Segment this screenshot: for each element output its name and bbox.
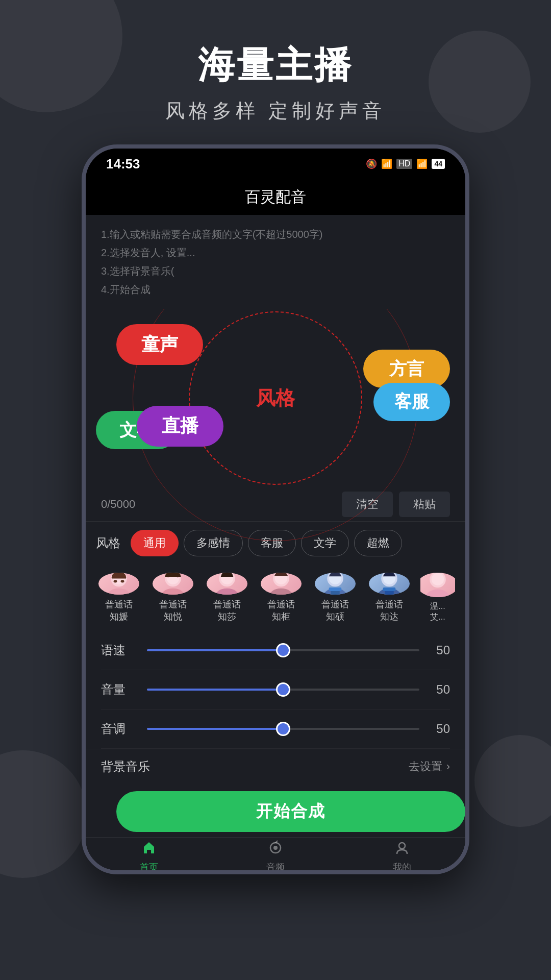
voice-item-zhiyuan[interactable]: 普通话知媛 bbox=[96, 573, 142, 623]
nav-item-audio[interactable]: 音频 bbox=[265, 838, 286, 873]
bubble-tongsheng[interactable]: 童声 bbox=[116, 324, 203, 365]
voice-item-zhifu[interactable]: 普通话知柜 bbox=[258, 573, 304, 623]
mute-icon: 🔕 bbox=[366, 158, 377, 169]
voice-name-zhifu: 普通话知柜 bbox=[267, 599, 295, 623]
slider-value-pitch: 50 bbox=[430, 722, 450, 736]
slider-fill-volume bbox=[147, 689, 283, 691]
svg-point-28 bbox=[273, 846, 278, 850]
voice-name-zhiyue: 普通话知悦 bbox=[159, 599, 187, 623]
voice-item-zhisha[interactable]: 普通话知莎 bbox=[204, 573, 250, 623]
paste-button[interactable]: 粘贴 bbox=[399, 492, 450, 517]
svg-point-9 bbox=[215, 588, 240, 595]
slider-track-volume[interactable] bbox=[147, 689, 419, 691]
status-time: 14:53 bbox=[106, 156, 140, 172]
voice-avatar-zhishuo bbox=[315, 573, 356, 595]
voice-name-zhisha: 普通话知莎 bbox=[213, 599, 241, 623]
voice-name-partial: 温...艾... bbox=[430, 601, 445, 623]
svg-point-12 bbox=[269, 588, 294, 595]
voice-item-partial[interactable]: 温...艾... bbox=[420, 573, 455, 623]
bubble-zhibo[interactable]: 直播 bbox=[137, 406, 223, 447]
battery-icon: 44 bbox=[432, 159, 445, 169]
slider-thumb-volume[interactable] bbox=[276, 682, 290, 697]
nav-item-mine[interactable]: 我的 bbox=[392, 838, 412, 873]
start-synthesis-button[interactable]: 开始合成 bbox=[116, 791, 465, 832]
slider-value-volume: 50 bbox=[430, 682, 450, 697]
slider-label-pitch: 音调 bbox=[101, 721, 137, 737]
bg-music-label: 背景音乐 bbox=[101, 758, 150, 775]
bubble-fangyan[interactable]: 方言 bbox=[363, 350, 450, 388]
slider-row-pitch: 音调 50 bbox=[101, 709, 450, 749]
audio-icon bbox=[265, 838, 286, 858]
voice-name-zhiyuan: 普通话知媛 bbox=[105, 599, 133, 623]
counter-value: 0/5000 bbox=[101, 498, 135, 511]
svg-rect-22 bbox=[383, 587, 396, 591]
voice-avatars-row[interactable]: 普通话知媛 普通话知悦 bbox=[86, 565, 465, 631]
slider-label-volume: 音量 bbox=[101, 681, 137, 698]
svg-point-4 bbox=[121, 580, 124, 582]
home-icon bbox=[139, 838, 159, 858]
svg-point-1 bbox=[107, 588, 132, 595]
style-filter-label: 风格 bbox=[96, 535, 120, 551]
voice-item-zhishuo[interactable]: 普通话知硕 bbox=[312, 573, 358, 623]
slider-thumb-pitch[interactable] bbox=[276, 722, 290, 736]
voice-avatar-zhifu bbox=[261, 573, 302, 595]
slider-label-speed: 语速 bbox=[101, 642, 137, 658]
voice-avatar-zhida bbox=[369, 573, 410, 595]
voice-avatar-partial bbox=[420, 573, 455, 598]
instructions-area: 1.输入或粘贴需要合成音频的文字(不超过5000字) 2.选择发音人, 设置..… bbox=[86, 215, 465, 309]
filter-chip-tongyong[interactable]: 通用 bbox=[131, 530, 179, 556]
svg-point-25 bbox=[425, 590, 450, 598]
voice-avatar-zhisha bbox=[207, 573, 247, 595]
svg-rect-17 bbox=[329, 587, 342, 591]
nav-label-mine: 我的 bbox=[393, 861, 411, 873]
svg-point-3 bbox=[114, 580, 117, 582]
style-wheel-area[interactable]: 风格 童声 方言 文学 客服 直播 bbox=[86, 309, 465, 487]
start-button-label: 开始合成 bbox=[256, 800, 325, 823]
status-bar: 14:53 🔕 📶 HD 📶 44 bbox=[86, 149, 465, 179]
slider-thumb-speed[interactable] bbox=[276, 643, 290, 657]
status-icons: 🔕 📶 HD 📶 44 bbox=[366, 158, 445, 169]
voice-name-zhida: 普通话知达 bbox=[375, 599, 403, 623]
voice-item-zhida[interactable]: 普通话知达 bbox=[366, 573, 412, 623]
slider-fill-pitch bbox=[147, 728, 283, 730]
hd-icon: HD bbox=[396, 159, 412, 169]
voice-avatar-zhiyue bbox=[153, 573, 193, 595]
nav-label-audio: 音频 bbox=[266, 861, 285, 873]
nav-item-home[interactable]: 首页 bbox=[139, 838, 159, 873]
app-content: 1.输入或粘贴需要合成音频的文字(不超过5000字) 2.选择发音人, 设置..… bbox=[86, 215, 465, 874]
svg-point-30 bbox=[399, 843, 405, 849]
wifi-icon: 📶 bbox=[381, 158, 392, 169]
slider-track-speed[interactable] bbox=[147, 649, 419, 651]
bubble-kefou[interactable]: 客服 bbox=[373, 383, 450, 421]
page-title: 海量主播 bbox=[165, 41, 386, 90]
bg-music-action[interactable]: 去设置 › bbox=[409, 759, 450, 774]
app-title-text: 百灵配音 bbox=[245, 187, 306, 208]
page-header: 海量主播 风格多样 定制好声音 bbox=[165, 0, 386, 144]
slider-value-speed: 50 bbox=[430, 643, 450, 657]
filter-chip-chao[interactable]: 超燃 bbox=[354, 530, 402, 556]
mine-icon bbox=[392, 838, 412, 858]
page-subtitle: 风格多样 定制好声音 bbox=[165, 98, 386, 124]
voice-avatar-zhiyuan bbox=[98, 573, 139, 595]
slider-row-volume: 音量 50 bbox=[101, 670, 450, 709]
bg-music-row[interactable]: 背景音乐 去设置 › bbox=[86, 749, 465, 784]
svg-point-6 bbox=[161, 588, 186, 595]
instructions-text: 1.输入或粘贴需要合成音频的文字(不超过5000字) 2.选择发音人, 设置..… bbox=[101, 225, 450, 299]
bottom-nav: 首页 音频 我的 bbox=[86, 837, 465, 874]
voice-item-zhiyue[interactable]: 普通话知悦 bbox=[150, 573, 196, 623]
app-header: 百灵配音 bbox=[86, 179, 465, 215]
svg-point-26 bbox=[432, 573, 444, 585]
slider-row-speed: 语速 50 bbox=[101, 631, 450, 670]
phone-mockup: 14:53 🔕 📶 HD 📶 44 百灵配音 1.输入或粘贴需要合成音频的文字(… bbox=[82, 144, 469, 874]
signal-icon: 📶 bbox=[416, 158, 428, 169]
voice-name-zhishuo: 普通话知硕 bbox=[321, 599, 349, 623]
chevron-right-icon: › bbox=[446, 760, 450, 773]
style-center-label: 风格 bbox=[256, 385, 295, 411]
slider-fill-speed bbox=[147, 649, 283, 651]
slider-section: 语速 50 音量 50 音调 bbox=[86, 631, 465, 749]
slider-track-pitch[interactable] bbox=[147, 728, 419, 730]
nav-label-home: 首页 bbox=[140, 861, 158, 873]
